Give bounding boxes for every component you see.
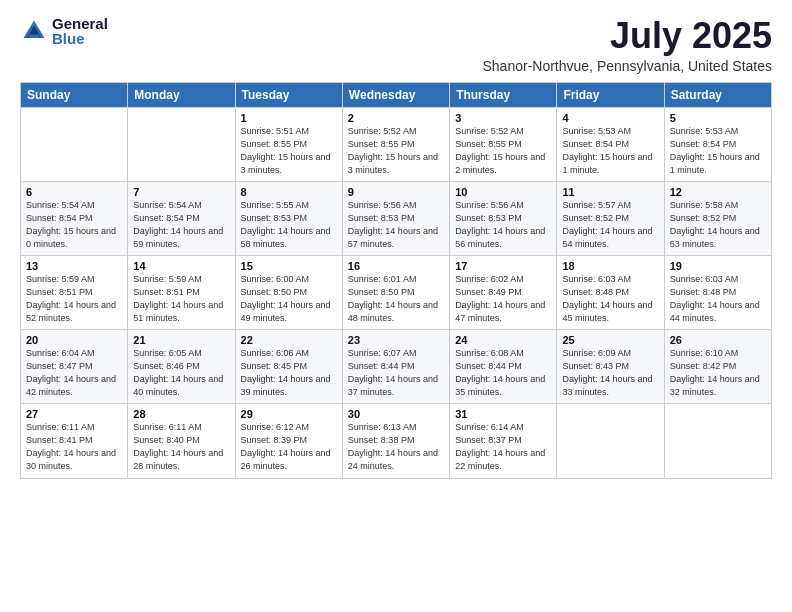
calendar-cell: 1Sunrise: 5:51 AM Sunset: 8:55 PM Daylig…	[235, 107, 342, 181]
logo-text: General Blue	[52, 16, 108, 46]
day-info: Sunrise: 6:03 AM Sunset: 8:48 PM Dayligh…	[562, 273, 658, 325]
col-sunday: Sunday	[21, 82, 128, 107]
calendar-cell	[664, 404, 771, 478]
day-info: Sunrise: 5:53 AM Sunset: 8:54 PM Dayligh…	[670, 125, 766, 177]
day-number: 20	[26, 334, 122, 346]
calendar-cell: 25Sunrise: 6:09 AM Sunset: 8:43 PM Dayli…	[557, 330, 664, 404]
day-number: 9	[348, 186, 444, 198]
day-number: 18	[562, 260, 658, 272]
day-number: 11	[562, 186, 658, 198]
calendar-cell: 8Sunrise: 5:55 AM Sunset: 8:53 PM Daylig…	[235, 181, 342, 255]
calendar-cell: 20Sunrise: 6:04 AM Sunset: 8:47 PM Dayli…	[21, 330, 128, 404]
day-info: Sunrise: 6:05 AM Sunset: 8:46 PM Dayligh…	[133, 347, 229, 399]
calendar-cell: 30Sunrise: 6:13 AM Sunset: 8:38 PM Dayli…	[342, 404, 449, 478]
day-info: Sunrise: 5:58 AM Sunset: 8:52 PM Dayligh…	[670, 199, 766, 251]
day-info: Sunrise: 5:53 AM Sunset: 8:54 PM Dayligh…	[562, 125, 658, 177]
calendar-header-row: Sunday Monday Tuesday Wednesday Thursday…	[21, 82, 772, 107]
calendar-cell: 21Sunrise: 6:05 AM Sunset: 8:46 PM Dayli…	[128, 330, 235, 404]
calendar-cell: 22Sunrise: 6:06 AM Sunset: 8:45 PM Dayli…	[235, 330, 342, 404]
col-wednesday: Wednesday	[342, 82, 449, 107]
day-info: Sunrise: 5:51 AM Sunset: 8:55 PM Dayligh…	[241, 125, 337, 177]
calendar-cell: 17Sunrise: 6:02 AM Sunset: 8:49 PM Dayli…	[450, 255, 557, 329]
calendar-cell: 12Sunrise: 5:58 AM Sunset: 8:52 PM Dayli…	[664, 181, 771, 255]
day-number: 24	[455, 334, 551, 346]
logo-icon	[20, 17, 48, 45]
page: General Blue July 2025 Shanor-Northvue, …	[0, 0, 792, 495]
day-info: Sunrise: 5:52 AM Sunset: 8:55 PM Dayligh…	[348, 125, 444, 177]
calendar-week-2: 6Sunrise: 5:54 AM Sunset: 8:54 PM Daylig…	[21, 181, 772, 255]
day-number: 27	[26, 408, 122, 420]
day-info: Sunrise: 6:02 AM Sunset: 8:49 PM Dayligh…	[455, 273, 551, 325]
day-info: Sunrise: 6:08 AM Sunset: 8:44 PM Dayligh…	[455, 347, 551, 399]
day-number: 26	[670, 334, 766, 346]
calendar-cell	[21, 107, 128, 181]
day-number: 7	[133, 186, 229, 198]
day-info: Sunrise: 6:04 AM Sunset: 8:47 PM Dayligh…	[26, 347, 122, 399]
calendar-cell: 14Sunrise: 5:59 AM Sunset: 8:51 PM Dayli…	[128, 255, 235, 329]
calendar-cell: 13Sunrise: 5:59 AM Sunset: 8:51 PM Dayli…	[21, 255, 128, 329]
day-number: 4	[562, 112, 658, 124]
col-saturday: Saturday	[664, 82, 771, 107]
calendar-cell: 19Sunrise: 6:03 AM Sunset: 8:48 PM Dayli…	[664, 255, 771, 329]
calendar-cell: 5Sunrise: 5:53 AM Sunset: 8:54 PM Daylig…	[664, 107, 771, 181]
svg-rect-2	[29, 35, 40, 39]
day-info: Sunrise: 5:56 AM Sunset: 8:53 PM Dayligh…	[348, 199, 444, 251]
day-info: Sunrise: 6:09 AM Sunset: 8:43 PM Dayligh…	[562, 347, 658, 399]
logo: General Blue	[20, 16, 108, 46]
logo-general: General	[52, 16, 108, 31]
day-info: Sunrise: 6:03 AM Sunset: 8:48 PM Dayligh…	[670, 273, 766, 325]
calendar-cell: 27Sunrise: 6:11 AM Sunset: 8:41 PM Dayli…	[21, 404, 128, 478]
calendar-cell: 7Sunrise: 5:54 AM Sunset: 8:54 PM Daylig…	[128, 181, 235, 255]
calendar-cell: 28Sunrise: 6:11 AM Sunset: 8:40 PM Dayli…	[128, 404, 235, 478]
calendar-week-1: 1Sunrise: 5:51 AM Sunset: 8:55 PM Daylig…	[21, 107, 772, 181]
calendar-week-4: 20Sunrise: 6:04 AM Sunset: 8:47 PM Dayli…	[21, 330, 772, 404]
day-number: 21	[133, 334, 229, 346]
day-number: 10	[455, 186, 551, 198]
calendar: Sunday Monday Tuesday Wednesday Thursday…	[20, 82, 772, 479]
day-info: Sunrise: 5:54 AM Sunset: 8:54 PM Dayligh…	[133, 199, 229, 251]
day-info: Sunrise: 6:06 AM Sunset: 8:45 PM Dayligh…	[241, 347, 337, 399]
day-number: 8	[241, 186, 337, 198]
calendar-cell: 18Sunrise: 6:03 AM Sunset: 8:48 PM Dayli…	[557, 255, 664, 329]
calendar-cell: 16Sunrise: 6:01 AM Sunset: 8:50 PM Dayli…	[342, 255, 449, 329]
calendar-cell: 6Sunrise: 5:54 AM Sunset: 8:54 PM Daylig…	[21, 181, 128, 255]
title-block: July 2025 Shanor-Northvue, Pennsylvania,…	[483, 16, 773, 74]
day-info: Sunrise: 6:07 AM Sunset: 8:44 PM Dayligh…	[348, 347, 444, 399]
day-number: 1	[241, 112, 337, 124]
calendar-cell	[128, 107, 235, 181]
main-title: July 2025	[483, 16, 773, 56]
day-number: 31	[455, 408, 551, 420]
calendar-cell: 4Sunrise: 5:53 AM Sunset: 8:54 PM Daylig…	[557, 107, 664, 181]
day-info: Sunrise: 6:01 AM Sunset: 8:50 PM Dayligh…	[348, 273, 444, 325]
day-number: 15	[241, 260, 337, 272]
day-info: Sunrise: 6:14 AM Sunset: 8:37 PM Dayligh…	[455, 421, 551, 473]
day-number: 5	[670, 112, 766, 124]
day-number: 25	[562, 334, 658, 346]
day-info: Sunrise: 6:11 AM Sunset: 8:40 PM Dayligh…	[133, 421, 229, 473]
day-number: 12	[670, 186, 766, 198]
calendar-week-5: 27Sunrise: 6:11 AM Sunset: 8:41 PM Dayli…	[21, 404, 772, 478]
calendar-cell: 23Sunrise: 6:07 AM Sunset: 8:44 PM Dayli…	[342, 330, 449, 404]
calendar-cell: 26Sunrise: 6:10 AM Sunset: 8:42 PM Dayli…	[664, 330, 771, 404]
day-number: 22	[241, 334, 337, 346]
day-number: 6	[26, 186, 122, 198]
day-info: Sunrise: 6:13 AM Sunset: 8:38 PM Dayligh…	[348, 421, 444, 473]
calendar-cell: 9Sunrise: 5:56 AM Sunset: 8:53 PM Daylig…	[342, 181, 449, 255]
day-info: Sunrise: 5:57 AM Sunset: 8:52 PM Dayligh…	[562, 199, 658, 251]
day-info: Sunrise: 5:52 AM Sunset: 8:55 PM Dayligh…	[455, 125, 551, 177]
calendar-cell: 31Sunrise: 6:14 AM Sunset: 8:37 PM Dayli…	[450, 404, 557, 478]
subtitle: Shanor-Northvue, Pennsylvania, United St…	[483, 58, 773, 74]
calendar-cell: 3Sunrise: 5:52 AM Sunset: 8:55 PM Daylig…	[450, 107, 557, 181]
day-info: Sunrise: 6:11 AM Sunset: 8:41 PM Dayligh…	[26, 421, 122, 473]
col-tuesday: Tuesday	[235, 82, 342, 107]
day-info: Sunrise: 6:12 AM Sunset: 8:39 PM Dayligh…	[241, 421, 337, 473]
day-info: Sunrise: 5:55 AM Sunset: 8:53 PM Dayligh…	[241, 199, 337, 251]
calendar-cell: 10Sunrise: 5:56 AM Sunset: 8:53 PM Dayli…	[450, 181, 557, 255]
col-monday: Monday	[128, 82, 235, 107]
calendar-cell	[557, 404, 664, 478]
day-number: 23	[348, 334, 444, 346]
day-number: 30	[348, 408, 444, 420]
day-number: 16	[348, 260, 444, 272]
day-info: Sunrise: 5:59 AM Sunset: 8:51 PM Dayligh…	[133, 273, 229, 325]
day-info: Sunrise: 6:10 AM Sunset: 8:42 PM Dayligh…	[670, 347, 766, 399]
